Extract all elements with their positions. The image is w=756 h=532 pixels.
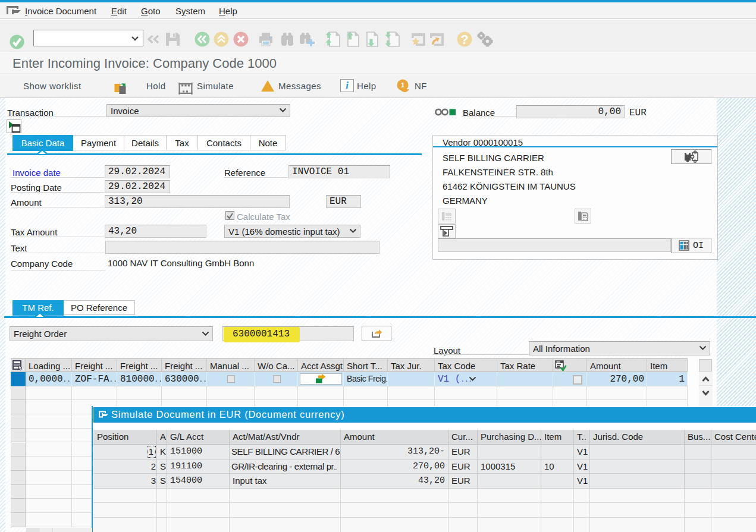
svg-text:?: ? bbox=[460, 32, 468, 47]
svg-text:1: 1 bbox=[401, 81, 404, 89]
